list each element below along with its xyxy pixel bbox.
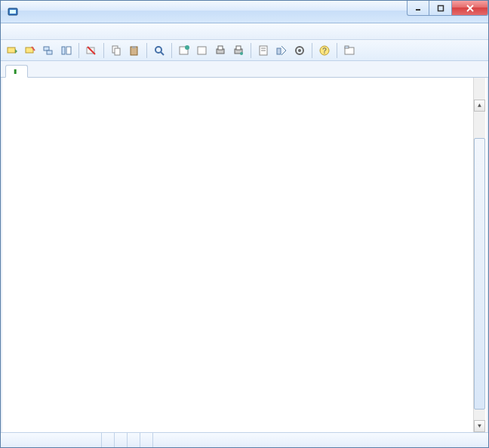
window-controls [407, 1, 488, 16]
quick-connect-icon[interactable] [22, 42, 38, 59]
svg-rect-6 [8, 48, 15, 53]
menu-transfer[interactable] [60, 30, 72, 33]
svg-rect-37 [345, 46, 349, 48]
svg-rect-15 [115, 48, 120, 55]
scroll-up-button[interactable]: ▲ [474, 100, 485, 112]
new-tab-icon[interactable] [341, 42, 358, 59]
print-icon[interactable] [212, 42, 229, 59]
statusbar [1, 432, 488, 447]
scroll-thumb[interactable] [474, 138, 485, 410]
status-size [128, 433, 140, 447]
svg-rect-10 [62, 47, 65, 54]
svg-rect-1 [10, 10, 16, 14]
properties-icon[interactable] [255, 42, 272, 59]
new-session-icon[interactable] [176, 42, 192, 59]
help-icon[interactable]: ? [316, 42, 333, 59]
separator [337, 43, 337, 58]
disconnect-icon[interactable] [83, 42, 100, 59]
menu-help[interactable] [100, 30, 112, 33]
svg-rect-9 [47, 51, 52, 54]
separator [78, 43, 79, 58]
terminal-output[interactable]: ▲ ▼ [1, 78, 488, 432]
svg-rect-3 [438, 5, 443, 11]
paste-icon[interactable] [126, 42, 143, 59]
menu-options[interactable] [46, 30, 58, 33]
status-terminal-type [140, 433, 153, 447]
svg-rect-22 [198, 47, 206, 54]
toolbar: ? [1, 40, 488, 61]
session-manager-icon[interactable] [194, 42, 211, 59]
svg-rect-17 [132, 46, 136, 48]
svg-rect-26 [236, 46, 241, 50]
settings-icon[interactable] [291, 42, 308, 59]
scrollbar[interactable]: ▲ ▼ [473, 78, 485, 432]
menu-tools[interactable] [87, 30, 99, 33]
app-icon [7, 6, 19, 18]
options-icon[interactable] [273, 42, 290, 59]
svg-point-33 [298, 49, 301, 52]
menubar [1, 23, 488, 40]
scroll-down-button[interactable]: ▼ [474, 420, 485, 432]
status-ready [4, 433, 102, 447]
maximize-button[interactable] [429, 1, 452, 16]
close-button[interactable] [452, 1, 488, 16]
svg-rect-24 [218, 46, 223, 50]
svg-text:?: ? [322, 47, 327, 55]
print-screen-icon[interactable] [230, 42, 247, 59]
toggle-sidebar-icon[interactable] [58, 42, 75, 59]
svg-rect-31 [277, 48, 281, 54]
status-cursor-pos [115, 433, 128, 447]
separator [251, 43, 251, 58]
separator [146, 43, 147, 58]
find-icon[interactable] [151, 42, 168, 59]
app-window: ? ▮ ▲ ▼ [0, 0, 489, 448]
menu-script[interactable] [73, 30, 85, 33]
menu-edit[interactable] [19, 30, 31, 33]
svg-point-21 [185, 45, 189, 50]
status-numlock [473, 433, 485, 447]
separator [171, 43, 172, 58]
tabbar: ▮ [1, 61, 488, 78]
copy-icon[interactable] [108, 42, 125, 59]
svg-rect-11 [66, 47, 71, 54]
titlebar[interactable] [1, 1, 488, 23]
menu-file[interactable] [5, 30, 17, 33]
menu-view[interactable] [32, 30, 45, 33]
reconnect-icon[interactable] [40, 42, 57, 59]
connect-icon[interactable] [4, 42, 20, 59]
separator [312, 43, 312, 58]
tab-serial[interactable]: ▮ [5, 65, 28, 78]
svg-line-19 [161, 52, 164, 55]
svg-point-27 [240, 52, 243, 55]
svg-point-18 [155, 47, 161, 53]
separator [103, 43, 104, 58]
status-serial [102, 433, 115, 447]
connected-indicator-icon: ▮ [14, 68, 17, 75]
minimize-button[interactable] [407, 1, 429, 16]
svg-rect-8 [44, 47, 49, 51]
